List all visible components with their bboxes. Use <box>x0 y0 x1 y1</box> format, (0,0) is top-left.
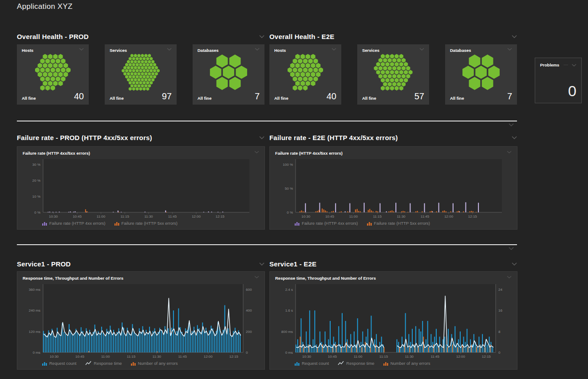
health-tile-databases-prod[interactable]: Databases All fine 7 <box>193 44 264 105</box>
honeycomb-services <box>362 54 424 91</box>
chevron-down-icon[interactable] <box>167 48 172 51</box>
status-text: All fine <box>197 96 212 101</box>
section-header-failure-prod: Failure rate - PROD (HTTP 4xx/5xx errors… <box>17 133 264 142</box>
svg-text:12:00: 12:00 <box>192 215 201 219</box>
chevron-down-icon[interactable] <box>254 151 259 153</box>
section-header-overall-e2e: Overall Health - E2E <box>269 32 517 41</box>
tile-label: Services <box>110 48 127 53</box>
chevron-down-icon[interactable] <box>259 136 264 139</box>
legend-item-request-count[interactable]: Request count <box>42 361 76 366</box>
section-divider <box>17 121 517 121</box>
chevron-down-icon[interactable] <box>509 123 514 126</box>
svg-text:10:45: 10:45 <box>75 355 85 359</box>
chart-tile-failure-e2e[interactable]: Failure rate (HTTP 4xx/5xx errors) 0 %50… <box>269 146 517 230</box>
chevron-down-icon[interactable] <box>255 48 260 51</box>
legend-item-4xx[interactable]: Failure rate (HTTP 4xx errors) <box>295 221 358 226</box>
svg-text:0: 0 <box>246 351 248 355</box>
health-tile-services-e2e[interactable]: Services All fine 57 <box>357 44 429 105</box>
svg-text:11:15: 11:15 <box>379 355 388 359</box>
bar-chart-icon <box>42 361 47 366</box>
section-title: Service1 - PROD <box>17 260 71 268</box>
chevron-down-icon[interactable] <box>331 48 336 51</box>
svg-text:10:30: 10:30 <box>50 355 59 359</box>
chevron-down-icon[interactable] <box>259 35 264 38</box>
legend-item-response-time[interactable]: Response time <box>338 361 374 366</box>
bar-chart-icon <box>383 361 388 366</box>
service-chart-prod: 0 ms120 ms240 ms360 ms020040060010:3010:… <box>23 281 259 359</box>
svg-text:0 %: 0 % <box>287 211 293 215</box>
status-text: All fine <box>22 96 36 101</box>
legend-item-errors[interactable]: Number of any errors <box>383 361 430 366</box>
legend-label: Response time <box>346 361 374 366</box>
chart-tile-service-prod[interactable]: Response time, Throughput and Number of … <box>17 271 265 370</box>
health-tile-hosts-prod[interactable]: Hosts All fine 40 <box>17 44 89 105</box>
legend-item-4xx[interactable]: Failure rate (HTTP 4xx errors) <box>42 221 106 226</box>
svg-text:11:00: 11:00 <box>354 355 363 359</box>
svg-text:100 %: 100 % <box>283 163 293 167</box>
chart-title: Response time, Throughput and Number of … <box>23 276 123 281</box>
chart-tile-failure-prod[interactable]: Failure rate (HTTP 4xx/5xx errors) 0 %10… <box>17 146 265 230</box>
legend-item-request-count[interactable]: Request count <box>295 361 329 366</box>
tile-label: Hosts <box>274 48 286 53</box>
health-tile-databases-e2e[interactable]: Databases All fine 7 <box>445 44 517 105</box>
svg-text:0 ms: 0 ms <box>285 351 293 355</box>
entity-count: 97 <box>162 92 172 101</box>
entity-count: 40 <box>327 92 336 101</box>
chevron-down-icon[interactable] <box>509 247 514 250</box>
chart-tile-service-e2e[interactable]: Response time, Throughput and Number of … <box>269 271 517 370</box>
svg-text:400: 400 <box>246 309 252 313</box>
svg-text:10:30: 10:30 <box>49 215 58 219</box>
chevron-down-icon[interactable] <box>512 262 517 266</box>
svg-text:8: 8 <box>498 330 501 334</box>
svg-text:10 %: 10 % <box>32 195 40 199</box>
legend-item-5xx[interactable]: Failure rate (HTTP 5xx errors) <box>114 221 178 226</box>
chevron-down-icon[interactable] <box>572 64 576 66</box>
chevron-down-icon[interactable] <box>259 262 264 266</box>
legend-item-response-time[interactable]: Response time <box>85 361 122 366</box>
problems-tile[interactable]: Problems 0 <box>535 58 582 103</box>
service-chart-e2e: 0 ms800 ms1.6 s2.4 s08162410:3010:4511:0… <box>275 281 512 359</box>
chevron-down-icon[interactable] <box>419 48 424 51</box>
svg-text:11:30: 11:30 <box>144 215 153 219</box>
svg-text:11:45: 11:45 <box>178 355 187 359</box>
svg-text:30 %: 30 % <box>32 163 40 167</box>
tile-label: Services <box>362 48 379 53</box>
status-text: All fine <box>274 96 288 101</box>
chart-title: Failure rate (HTTP 4xx/5xx errors) <box>275 151 343 156</box>
status-text: All fine <box>362 96 376 101</box>
health-tile-services-prod[interactable]: Services All fine 97 <box>105 44 177 105</box>
chevron-down-icon[interactable] <box>254 276 259 278</box>
chevron-down-icon[interactable] <box>507 48 512 51</box>
entity-count: 7 <box>255 92 260 101</box>
bar-chart-icon <box>295 221 300 226</box>
legend-label: Number of any errors <box>391 361 430 366</box>
honeycomb-services <box>110 54 172 91</box>
chevron-down-icon[interactable] <box>507 151 512 153</box>
health-tile-hosts-e2e[interactable]: Hosts All fine 40 <box>269 44 341 105</box>
legend-item-errors[interactable]: Number of any errors <box>131 361 178 366</box>
chevron-down-icon[interactable] <box>512 136 517 139</box>
tile-label: Databases <box>197 48 219 53</box>
svg-text:600: 600 <box>246 288 252 292</box>
svg-text:11:00: 11:00 <box>349 215 358 219</box>
svg-text:360 ms: 360 ms <box>29 288 40 292</box>
svg-text:12:00: 12:00 <box>204 355 213 359</box>
svg-text:11:45: 11:45 <box>421 215 430 219</box>
chevron-down-icon[interactable] <box>512 35 517 38</box>
chevron-down-icon[interactable] <box>507 276 512 278</box>
bar-chart-icon <box>42 221 47 226</box>
svg-text:11:45: 11:45 <box>430 355 439 359</box>
svg-text:12:15: 12:15 <box>229 355 239 359</box>
bar-chart-icon <box>114 221 119 226</box>
chart-legend: Failure rate (HTTP 4xx errors) Failure r… <box>23 219 259 227</box>
failure-rate-chart-prod: 0 %10 %20 %30 %10:3010:4511:0011:1511:30… <box>23 156 259 219</box>
svg-text:11:30: 11:30 <box>153 355 162 359</box>
health-tiles-e2e: Hosts All fine 40 Services All fine 57 D… <box>269 44 517 105</box>
honeycomb-hosts <box>22 54 84 91</box>
legend-item-5xx[interactable]: Failure rate (HTTP 5xx errors) <box>367 221 430 226</box>
svg-text:12:00: 12:00 <box>456 355 466 359</box>
legend-label: Failure rate (HTTP 5xx errors) <box>122 221 178 226</box>
svg-text:800 ms: 800 ms <box>281 330 293 334</box>
chevron-down-icon[interactable] <box>79 48 84 51</box>
section-header-failure-e2e: Failure rate - E2E (HTTP 4xx/5xx errors) <box>269 133 517 142</box>
